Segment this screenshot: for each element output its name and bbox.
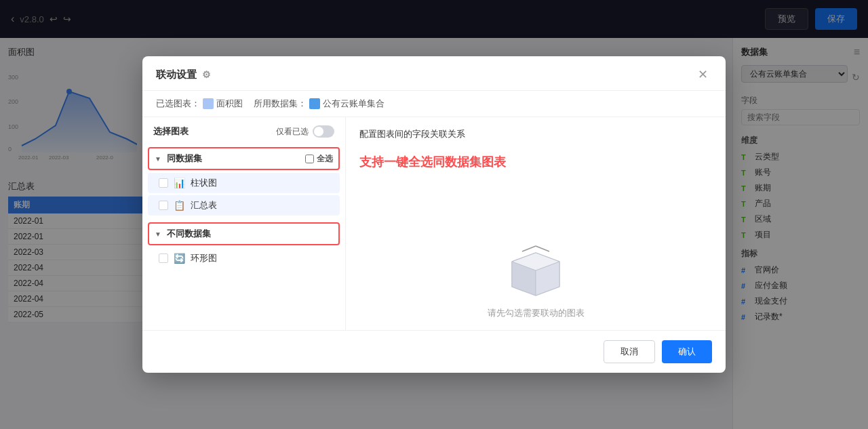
modal-body: 选择图表 仅看已选 ▼ 同数据集 全 <box>142 117 726 330</box>
chart-item-table[interactable]: 📋 汇总表 <box>148 195 340 216</box>
empty-box-svg <box>502 238 570 299</box>
svg-line-8 <box>522 246 536 251</box>
ring-chart-icon: 🔄 <box>174 253 185 264</box>
group-header-same-dataset: ▼ 同数据集 全选 <box>148 147 340 170</box>
modal-dialog: 联动设置 ⚙ ✕ 已选图表： 面积图 所用数据集： 公有云账单集合 选择 <box>142 56 726 373</box>
group-header-diff-dataset: ▼ 不同数据集 <box>148 222 340 245</box>
empty-state: 请先勾选需要联动的图表 <box>488 238 585 319</box>
selected-chart-chip: 已选图表： 面积图 <box>156 98 243 110</box>
field-config-title: 配置图表间的字段关联关系 <box>359 128 465 140</box>
modal-subtitle: 已选图表： 面积图 所用数据集： 公有云账单集合 <box>142 91 726 117</box>
group-select-all: 全选 <box>305 153 333 165</box>
table-chart-checkbox[interactable] <box>159 201 168 210</box>
modal-header: 联动设置 ⚙ ✕ <box>142 56 726 91</box>
selector-list: ▼ 同数据集 全选 📊 柱状图 📋 <box>142 143 345 330</box>
bar-chart-icon: 📊 <box>174 178 185 188</box>
only-selected-toggle[interactable] <box>313 125 334 138</box>
subtitle-dataset-label: 所用数据集： <box>254 98 307 110</box>
ring-chart-label: 环形图 <box>191 252 217 264</box>
group-name-diff: 不同数据集 <box>167 228 211 240</box>
cancel-button[interactable]: 取消 <box>604 340 655 363</box>
select-all-label: 全选 <box>317 153 333 165</box>
modal-overlay: 联动设置 ⚙ ✕ 已选图表： 面积图 所用数据集： 公有云账单集合 选择 <box>0 0 868 429</box>
bar-chart-checkbox[interactable] <box>159 178 168 188</box>
cloud-icon <box>309 98 320 109</box>
area-chart-icon <box>203 98 214 109</box>
empty-text: 请先勾选需要联动的图表 <box>488 307 585 319</box>
chart-item-bar[interactable]: 📊 柱状图 <box>148 173 340 193</box>
group-name-same: 同数据集 <box>167 152 202 165</box>
modal-footer: 取消 确认 <box>142 330 726 373</box>
bar-chart-label: 柱状图 <box>191 177 217 189</box>
only-selected-row: 仅看已选 <box>276 125 334 138</box>
gear-icon: ⚙ <box>202 69 211 80</box>
chart-selector: 选择图表 仅看已选 ▼ 同数据集 全 <box>142 117 346 330</box>
chart-item-ring[interactable]: 🔄 环形图 <box>148 248 340 268</box>
subtitle-dataset-value: 公有云账单集合 <box>323 98 384 110</box>
confirm-button[interactable]: 确认 <box>662 340 712 363</box>
selector-header: 选择图表 仅看已选 <box>142 117 345 143</box>
group-arrow-same: ▼ <box>155 155 161 163</box>
highlight-text: 支持一键全选同数据集图表 <box>359 154 506 170</box>
selector-title: 选择图表 <box>153 125 189 138</box>
select-all-checkbox[interactable] <box>305 155 314 163</box>
ring-chart-checkbox[interactable] <box>159 253 168 263</box>
group-arrow-diff: ▼ <box>155 230 161 238</box>
svg-line-9 <box>536 246 549 251</box>
only-selected-label: 仅看已选 <box>276 126 309 138</box>
subtitle-chart-value: 面积图 <box>216 98 243 110</box>
field-config: 配置图表间的字段关联关系 支持一键全选同数据集图表 <box>346 117 726 330</box>
modal-title: 联动设置 ⚙ <box>156 68 211 81</box>
close-button[interactable]: ✕ <box>694 67 712 82</box>
table-chart-icon: 📋 <box>174 200 185 211</box>
subtitle-chart-label: 已选图表： <box>156 98 200 110</box>
dataset-chip: 所用数据集： 公有云账单集合 <box>254 98 384 110</box>
table-chart-label: 汇总表 <box>191 199 217 211</box>
